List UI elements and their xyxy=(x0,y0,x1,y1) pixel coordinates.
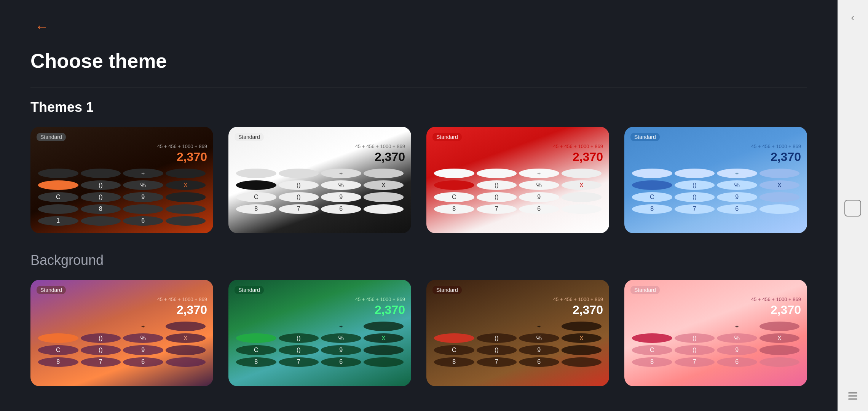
calc-btn: () xyxy=(279,345,319,355)
calc-expression: 45 + 456 + 1000 + 869 xyxy=(235,296,405,302)
calc-btn: 9 xyxy=(321,345,361,355)
calc-btn: 8 xyxy=(81,204,121,214)
theme-card-sunset[interactable]: Standard 45 + 456 + 1000 + 869 2,370 ÷ (… xyxy=(30,280,213,386)
calc-btn: () xyxy=(675,192,715,202)
calc-btn: 9 xyxy=(519,192,559,202)
calc-preview-blue: Standard 45 + 456 + 1000 + 869 2,370 ÷ (… xyxy=(624,127,807,233)
themes1-grid: Standard 45 + 456 + 1000 + 869 2,370 ÷ (… xyxy=(30,127,807,233)
calc-btn: 6 xyxy=(717,204,757,214)
calc-btn: X xyxy=(166,333,206,343)
calc-btn: () xyxy=(477,345,517,355)
calc-btn: () xyxy=(675,180,715,190)
calc-btn: () xyxy=(279,333,319,343)
chevron-icon: ‹ xyxy=(851,11,854,23)
calc-result: 2,370 xyxy=(630,303,801,317)
calc-btn: % xyxy=(123,333,163,343)
calc-expression: 45 + 456 + 1000 + 869 xyxy=(432,296,603,302)
calc-preview-pink: Standard 45 + 456 + 1000 + 869 2,370 ÷ (… xyxy=(624,280,807,386)
calc-btn xyxy=(632,322,672,331)
calc-btn xyxy=(364,169,404,178)
calc-btn: () xyxy=(81,345,121,355)
calc-btn: 9 xyxy=(717,192,757,202)
calc-preview-green: Standard 45 + 456 + 1000 + 869 2,370 ÷ (… xyxy=(228,280,411,386)
calc-btn: () xyxy=(477,192,517,202)
calc-buttons: ÷ () % X C () 9 8 7 6 xyxy=(630,320,801,380)
calc-btn: 1 xyxy=(38,216,78,226)
calc-btn: 6 xyxy=(519,357,559,367)
calc-btn xyxy=(364,322,404,331)
calc-btn: ÷ xyxy=(321,169,361,178)
theme-card-white-black[interactable]: Standard 45 + 456 + 1000 + 869 2,370 ÷ (… xyxy=(228,127,411,233)
nav-home-button[interactable] xyxy=(844,200,861,217)
calc-btn: 9 xyxy=(123,192,163,202)
calc-btn xyxy=(562,204,602,214)
calc-btn: 7 xyxy=(279,357,319,367)
calc-btn xyxy=(38,333,78,343)
calc-btn xyxy=(236,322,276,331)
calc-btn: 6 xyxy=(123,216,163,226)
calc-header: Standard xyxy=(432,133,603,141)
calc-btn: ÷ xyxy=(519,322,559,331)
calc-preview-wood: Standard 45 + 456 + 1000 + 869 2,370 ÷ (… xyxy=(426,280,609,386)
back-button[interactable]: ← xyxy=(30,15,53,38)
background-grid: Standard 45 + 456 + 1000 + 869 2,370 ÷ (… xyxy=(30,280,807,386)
calc-btn xyxy=(562,322,602,331)
page-title: Choose theme xyxy=(30,49,807,72)
calc-btn xyxy=(166,345,206,355)
calc-btn xyxy=(81,322,121,331)
theme-card-red-white[interactable]: Standard 45 + 456 + 1000 + 869 2,370 ÷ (… xyxy=(426,127,609,233)
calc-btn: C xyxy=(632,345,672,355)
calc-btn: 8 xyxy=(632,357,672,367)
theme-card-pink[interactable]: Standard 45 + 456 + 1000 + 869 2,370 ÷ (… xyxy=(624,280,807,386)
calc-btn: % xyxy=(519,333,559,343)
calc-btn: () xyxy=(477,333,517,343)
calc-preview-dark-orange: Standard 45 + 456 + 1000 + 869 2,370 ÷ (… xyxy=(30,127,213,233)
calc-result: 2,370 xyxy=(235,303,405,317)
calc-mode-badge: Standard xyxy=(432,133,462,141)
menu-line-1 xyxy=(848,392,857,393)
calc-mode-badge: Standard xyxy=(37,133,66,141)
calc-buttons: ÷ () % X C () 9 8 7 6 xyxy=(432,320,603,380)
calc-btn: X xyxy=(760,180,800,190)
calc-btn: C xyxy=(236,345,276,355)
nav-chevron-button[interactable]: ‹ xyxy=(847,8,858,27)
calc-btn xyxy=(38,180,78,190)
calc-btn xyxy=(364,204,404,214)
calc-mode-badge: Standard xyxy=(235,286,264,294)
calc-btn: C xyxy=(632,192,672,202)
calc-btn: () xyxy=(675,333,715,343)
calc-btn: X xyxy=(364,180,404,190)
calc-btn: 7 xyxy=(675,204,715,214)
calc-btn: 7 xyxy=(279,204,319,214)
section-divider xyxy=(30,88,807,88)
menu-line-3 xyxy=(848,398,857,400)
calc-btn: 7 xyxy=(477,357,517,367)
calc-btn: 9 xyxy=(123,345,163,355)
calc-btn xyxy=(279,169,319,178)
background-section: Background Standard 45 + 456 + 1000 + 86… xyxy=(30,252,807,386)
calc-buttons: ÷ () % X C () 9 8 7 6 xyxy=(432,167,603,227)
calc-header: Standard xyxy=(235,133,405,141)
calc-buttons: ÷ () % X C () 9 8 7 6 xyxy=(630,167,801,227)
theme-card-blue[interactable]: Standard 45 + 456 + 1000 + 869 2,370 ÷ (… xyxy=(624,127,807,233)
calc-btn: % xyxy=(717,333,757,343)
calc-header: Standard xyxy=(432,286,603,294)
calc-btn xyxy=(81,169,121,178)
calc-btn xyxy=(434,322,474,331)
calc-btn xyxy=(38,204,78,214)
nav-menu-button[interactable] xyxy=(844,389,861,403)
calc-btn xyxy=(477,322,517,331)
calc-btn xyxy=(364,345,404,355)
calc-result: 2,370 xyxy=(432,303,603,317)
calc-result: 2,370 xyxy=(630,150,801,164)
calc-btn xyxy=(236,180,276,190)
calc-btn: % xyxy=(321,180,361,190)
calc-btn: C xyxy=(434,192,474,202)
theme-card-dark-orange[interactable]: Standard 45 + 456 + 1000 + 869 2,370 ÷ (… xyxy=(30,127,213,233)
calc-btn xyxy=(760,169,800,178)
calc-buttons: ÷ () % X C () 9 8 7 6 xyxy=(37,320,207,380)
theme-card-green[interactable]: Standard 45 + 456 + 1000 + 869 2,370 ÷ (… xyxy=(228,280,411,386)
calc-btn xyxy=(632,180,672,190)
calc-btn: ÷ xyxy=(123,169,163,178)
theme-card-wood[interactable]: Standard 45 + 456 + 1000 + 869 2,370 ÷ (… xyxy=(426,280,609,386)
